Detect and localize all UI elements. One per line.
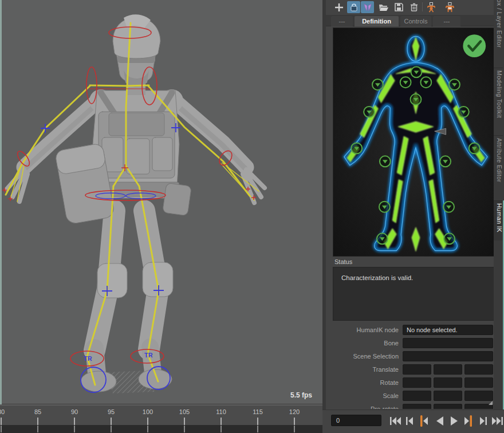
frame-number: 110	[212, 408, 230, 415]
expander-right-chest	[420, 77, 431, 88]
time-slider[interactable]: 80 85 90 95 100 105 110 115 120	[0, 404, 322, 425]
character-button[interactable]	[443, 1, 456, 13]
expander-left-ankle	[377, 233, 388, 244]
expander-left-hip	[380, 156, 391, 167]
field-row: HumanIK node No node selected.	[326, 325, 493, 335]
step-back-key-icon	[420, 415, 428, 427]
rotate-z-field[interactable]	[464, 377, 493, 388]
translate-y-field[interactable]	[434, 364, 462, 375]
scale-z-field[interactable]	[464, 391, 493, 401]
sidebar-tab-human-ik[interactable]: Human IK	[494, 200, 503, 241]
open-button[interactable]	[377, 1, 390, 13]
expander-left-elbow	[364, 107, 375, 117]
character-model: TR TR	[0, 0, 322, 404]
play-backwards-icon	[436, 416, 444, 426]
fps-counter: 5.5 fps	[290, 391, 312, 399]
field-row: Bone	[326, 338, 493, 348]
humanik-node-label: HumanIK node	[326, 325, 399, 335]
character-definition-viewer[interactable]	[333, 27, 495, 257]
field-row: Pre-rotate	[326, 404, 493, 409]
expander-left-knee	[379, 202, 390, 212]
translate-z-field[interactable]	[464, 364, 493, 375]
save-button[interactable]	[392, 1, 405, 13]
step-back-frame-button[interactable]	[403, 414, 417, 428]
current-frame-field[interactable]: 0	[331, 415, 381, 426]
tab-definition[interactable]: Definition	[355, 16, 399, 26]
field-row: Rotate	[326, 377, 493, 388]
expander-right-elbow	[458, 107, 469, 117]
step-back-key-button[interactable]	[417, 414, 431, 428]
frame-number: 115	[249, 408, 266, 415]
sidebar-tab-layer-editor[interactable]: Box / Layer Editor	[494, 0, 503, 65]
resize-corner	[489, 401, 493, 405]
translate-x-field[interactable]	[403, 364, 431, 375]
bone-label: Bone	[326, 338, 399, 348]
go-to-end-icon	[491, 416, 503, 426]
timeline-tick	[257, 418, 258, 425]
range-tick	[220, 426, 222, 432]
humanik-panel: --- Definition Controls ---	[322, 0, 494, 410]
scale-x-field[interactable]	[403, 391, 431, 401]
delete-button[interactable]	[407, 1, 420, 13]
scale-y-field[interactable]	[434, 391, 462, 401]
rotate-x-field[interactable]	[403, 377, 431, 388]
sidebar-tab-attribute-editor[interactable]: Attribute Editor	[494, 135, 503, 197]
mirror-button[interactable]	[361, 1, 374, 13]
range-slider[interactable]	[0, 425, 322, 433]
timeline-tick	[111, 418, 112, 425]
tab-dash-right[interactable]: ---	[433, 16, 460, 26]
scene-selection-label: Scene Selection	[326, 351, 399, 361]
timeline-tick	[37, 418, 38, 425]
frame-number: 85	[29, 408, 46, 415]
timeline-tick	[74, 418, 75, 425]
status-box: Characterization is valid.	[333, 267, 494, 321]
rotate-y-field[interactable]	[434, 377, 462, 388]
step-forward-frame-button[interactable]	[475, 414, 490, 428]
lock-icon	[350, 3, 358, 11]
tab-dash-left[interactable]: ---	[331, 16, 353, 26]
expander-right-hip	[440, 156, 451, 167]
humanik-tab-bar: --- Definition Controls ---	[326, 15, 497, 26]
go-to-start-icon	[390, 416, 401, 426]
timeline-tick	[1, 418, 2, 425]
range-tick	[184, 426, 185, 432]
pre-rotate-label: Pre-rotate	[326, 404, 399, 409]
bone-field[interactable]	[403, 338, 493, 348]
add-button[interactable]	[332, 1, 345, 13]
scene-selection-field[interactable]	[403, 351, 493, 361]
range-tick	[1, 426, 2, 432]
save-icon	[395, 3, 403, 11]
step-forward-key-button[interactable]	[461, 414, 475, 428]
playback-bar: 0	[322, 410, 504, 433]
skeleton-button[interactable]	[424, 1, 438, 13]
mirror-icon	[363, 3, 372, 12]
pre-rotate-y-field[interactable]	[434, 404, 462, 409]
range-tick	[37, 426, 38, 432]
viewport-3d[interactable]: TR TR 5.5 fps	[0, 0, 322, 404]
expander-left-chest	[400, 77, 411, 88]
maya-window: TR TR 5.5 fps	[0, 0, 504, 433]
timeline-tick	[147, 418, 148, 425]
step-forward-frame-icon	[479, 416, 487, 426]
expander-spine	[411, 94, 422, 105]
expander-right-knee	[443, 202, 454, 212]
tab-controls[interactable]: Controls	[400, 16, 431, 26]
timeline-tick	[294, 418, 295, 425]
play-backwards-button[interactable]	[432, 414, 447, 428]
go-to-end-button[interactable]	[490, 414, 504, 428]
field-row: Scene Selection	[326, 351, 493, 361]
characterization-valid-icon	[463, 34, 486, 57]
tr-label-left: TR	[84, 355, 92, 362]
tr-label-right: TR	[144, 352, 153, 359]
go-to-start-button[interactable]	[388, 414, 403, 428]
rotate-label: Rotate	[326, 377, 399, 388]
frame-number: 120	[286, 408, 303, 415]
humanik-node-field[interactable]: No node selected.	[403, 325, 493, 335]
soldier-mesh	[7, 14, 265, 392]
expander-left-shoulder	[372, 79, 383, 90]
frame-number: 95	[103, 408, 120, 415]
pre-rotate-x-field[interactable]	[403, 404, 431, 409]
lock-button[interactable]	[347, 1, 360, 13]
sidebar-tab-modeling-toolkit[interactable]: Modeling Toolkit	[494, 68, 503, 133]
play-forwards-button[interactable]	[447, 414, 461, 428]
